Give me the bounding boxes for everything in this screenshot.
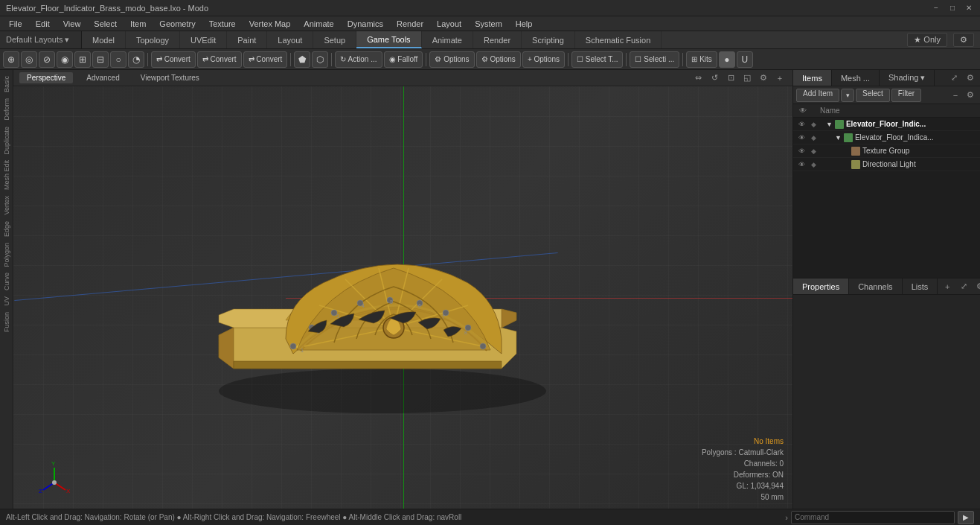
sidebar-item-mesh-edit[interactable]: Mesh Edit [1,157,12,193]
layout-dropdown[interactable]: Default Layouts ▾ [0,31,82,48]
convert-button-3[interactable]: ⇄ Convert [243,51,288,68]
vp-tab-textures[interactable]: Viewport Textures [133,72,207,83]
tab-render[interactable]: Render [473,31,522,48]
menu-edit[interactable]: Edit [30,18,56,30]
viewport-canvas[interactable]: 1 2 3 4 5 6 7 8 [13,86,792,509]
tb-icon-u[interactable]: U [737,51,753,68]
rp-tab-shading[interactable]: Shading ▾ [880,70,935,86]
add-item-dropdown[interactable]: ▾ [841,89,854,102]
tab-animate[interactable]: Animate [422,31,473,48]
panel-minus-btn[interactable]: − [949,89,962,101]
tb-icon-2[interactable]: ◎ [21,51,37,68]
tb-icon-6[interactable]: ⊟ [92,51,109,68]
tb-shape-1[interactable]: ⬟ [294,51,310,68]
menu-file[interactable]: File [3,18,28,30]
rp-tab-items[interactable]: Items [793,70,832,86]
rp-tab-mesh[interactable]: Mesh ... [832,70,880,86]
rp-settings-btn[interactable]: ⚙ [964,72,977,84]
item-row-4[interactable]: 👁 ◆ ▶ Directional Light [793,158,980,171]
select-button[interactable]: Select [856,89,890,102]
menu-layout[interactable]: Layout [431,18,467,30]
selecti-button[interactable]: ☐ Selecti ... [630,51,679,68]
props-expand-btn[interactable]: ⤢ [957,281,970,293]
tab-paint[interactable]: Paint [227,31,267,48]
filter-button[interactable]: Filter [891,89,921,102]
star-only-button[interactable]: ★ Only [907,33,947,47]
close-button[interactable]: ✕ [964,3,974,13]
vp-tab-advanced[interactable]: Advanced [79,72,126,83]
settings-button[interactable]: ⚙ [953,33,974,47]
menu-system[interactable]: System [469,18,508,30]
vp-ctrl-1[interactable]: ⇔ [691,72,705,84]
menu-geometry[interactable]: Geometry [153,18,201,30]
tab-topology[interactable]: Topology [126,31,180,48]
vis-icon-1[interactable]: ◆ [808,119,819,130]
props-tab-properties[interactable]: Properties [793,279,849,294]
tb-icon-3[interactable]: ⊘ [39,51,55,68]
menu-render[interactable]: Render [391,18,429,30]
props-settings-btn[interactable]: ⚙ [973,281,980,293]
minimize-button[interactable]: − [931,3,941,13]
menu-vertex-map[interactable]: Vertex Map [243,18,297,30]
options-button-3[interactable]: + Options [522,51,565,68]
convert-button-2[interactable]: ⇄ Convert [197,51,242,68]
eye-icon-3[interactable]: 👁 [796,146,807,156]
sidebar-item-basic[interactable]: Basic [1,73,12,95]
tb-shape-2[interactable]: ⬡ [312,51,328,68]
sidebar-item-curve[interactable]: Curve [1,270,12,293]
command-go-btn[interactable]: ▶ [958,511,974,524]
sidebar-item-uv[interactable]: UV [1,293,12,309]
sidebar-item-duplicate[interactable]: Duplicate [1,124,12,158]
tab-layout[interactable]: Layout [267,31,313,48]
sidebar-item-fusion[interactable]: Fusion [1,309,12,335]
props-tab-lists[interactable]: Lists [903,279,938,294]
tab-schematic-fusion[interactable]: Schematic Fusion [575,31,662,48]
sidebar-item-vertex[interactable]: Vertex [1,193,12,218]
item-row-1[interactable]: 👁 ◆ ▼ Elevator_Floor_Indic... [793,118,980,131]
vp-ctrl-4[interactable]: ◱ [740,72,754,84]
tab-uvedit[interactable]: UVEdit [180,31,227,48]
sidebar-item-polygon[interactable]: Polygon [1,240,12,270]
panel-settings-btn[interactable]: ⚙ [964,89,977,101]
props-tab-channels[interactable]: Channels [849,279,902,294]
vp-ctrl-plus[interactable]: + [773,72,787,84]
add-item-button[interactable]: Add Item [796,89,839,102]
menu-view[interactable]: View [57,18,87,30]
props-add-btn[interactable]: + [941,281,954,293]
item-row-3[interactable]: 👁 ◆ ▶ Texture Group [793,144,980,158]
tb-icon-sphere[interactable]: ● [719,51,735,68]
menu-texture[interactable]: Texture [203,18,242,30]
vp-tab-perspective[interactable]: Perspective [19,72,73,83]
tb-icon-8[interactable]: ◔ [128,51,144,68]
options-button-2[interactable]: ⚙ Options [476,51,521,68]
action-button[interactable]: ↻ Action ... [335,51,382,68]
menu-select[interactable]: Select [88,18,123,30]
menu-help[interactable]: Help [510,18,539,30]
item-row-2[interactable]: 👁 ◆ ▼ Elevator_Floor_Indica... [793,131,980,144]
sidebar-item-edge[interactable]: Edge [1,218,12,240]
vis-icon-2[interactable]: ◆ [808,133,819,143]
eye-icon-4[interactable]: 👁 [796,159,807,170]
rp-expand-btn[interactable]: ⤢ [947,72,961,84]
sidebar-item-deform[interactable]: Deform [1,95,12,124]
falloff-button[interactable]: ◉ Falloff [384,51,423,68]
vp-ctrl-3[interactable]: ⊡ [724,72,737,84]
tab-scripting[interactable]: Scripting [522,31,575,48]
vis-icon-4[interactable]: ◆ [808,159,819,170]
tb-icon-7[interactable]: ○ [110,51,126,68]
convert-button-1[interactable]: ⇄ Convert [151,51,196,68]
eye-icon-1[interactable]: 👁 [796,119,807,130]
tb-icon-4[interactable]: ◉ [57,51,73,68]
tab-game-tools[interactable]: Game Tools [356,31,422,48]
vp-ctrl-2[interactable]: ↺ [708,72,721,84]
tab-model[interactable]: Model [82,31,126,48]
tb-icon-5[interactable]: ⊞ [74,51,91,68]
tb-icon-1[interactable]: ⊕ [3,51,19,68]
vis-icon-3[interactable]: ◆ [808,146,819,156]
menu-animate[interactable]: Animate [298,18,339,30]
tab-setup[interactable]: Setup [313,31,356,48]
eye-icon-2[interactable]: 👁 [796,133,807,143]
menu-item[interactable]: Item [124,18,152,30]
vp-ctrl-settings[interactable]: ⚙ [757,72,770,84]
maximize-button[interactable]: □ [947,3,958,13]
